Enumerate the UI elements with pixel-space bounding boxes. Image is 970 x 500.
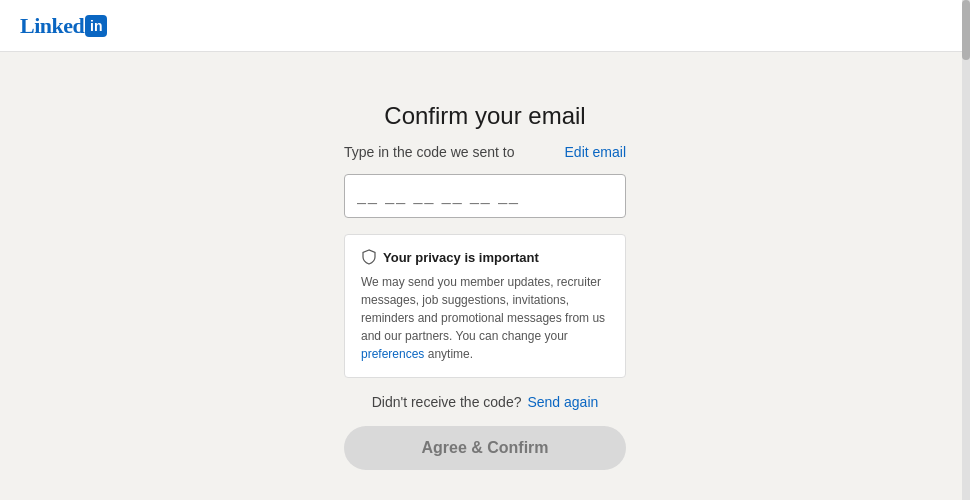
linkedin-wordmark: Linked [20, 13, 84, 39]
resend-question-text: Didn't receive the code? [372, 394, 522, 410]
shield-icon [361, 249, 377, 265]
subtitle-text: Type in the code we sent to [344, 144, 514, 160]
preferences-link[interactable]: preferences [361, 347, 424, 361]
send-again-link[interactable]: Send again [527, 394, 598, 410]
privacy-header: Your privacy is important [361, 249, 609, 265]
linkedin-icon: in [85, 15, 107, 37]
main-content: Confirm your email Type in the code we s… [0, 52, 970, 470]
privacy-box: Your privacy is important We may send yo… [344, 234, 626, 378]
resend-row: Didn't receive the code? Send again [344, 394, 626, 410]
privacy-body: We may send you member updates, recruite… [361, 273, 609, 363]
linkedin-logo: Linkedin [20, 13, 107, 39]
privacy-title: Your privacy is important [383, 250, 539, 265]
subtitle-row: Type in the code we sent to Edit email [344, 144, 626, 160]
privacy-body-text: We may send you member updates, recruite… [361, 275, 605, 343]
scrollbar-thumb[interactable] [962, 0, 970, 60]
header: Linkedin [0, 0, 970, 52]
agree-confirm-button[interactable]: Agree & Confirm [344, 426, 626, 470]
scrollbar[interactable] [962, 0, 970, 500]
code-input[interactable] [344, 174, 626, 218]
edit-email-link[interactable]: Edit email [565, 144, 626, 160]
privacy-body-suffix: anytime. [424, 347, 473, 361]
page-title: Confirm your email [384, 102, 585, 130]
